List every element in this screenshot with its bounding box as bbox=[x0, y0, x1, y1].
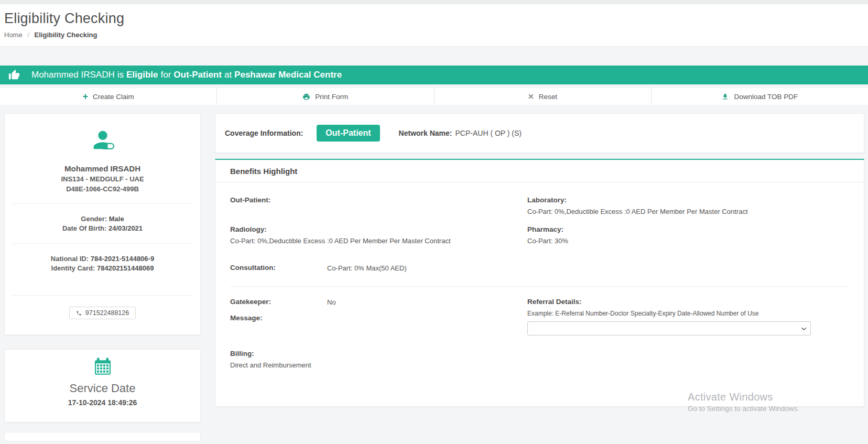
gender-value: Male bbox=[109, 215, 124, 223]
gatekeeper-message-block: Gatekeeper: No Message: bbox=[230, 298, 527, 335]
phone-number: 971522488126 bbox=[85, 309, 129, 317]
divider bbox=[12, 203, 193, 204]
identity-card-value: 784202151448069 bbox=[97, 264, 154, 272]
out-patient-item: Out-Patient: bbox=[230, 196, 527, 225]
download-icon bbox=[721, 93, 729, 101]
national-id-row: National ID: 784-2021-5144806-9 bbox=[5, 254, 200, 263]
coverage-info-label: Coverage Information: bbox=[225, 129, 303, 137]
top-strip bbox=[0, 0, 868, 4]
breadcrumb-home-link[interactable]: Home bbox=[4, 31, 23, 39]
member-profile-card: Mohammed IRSADH INS134 - MEDGULF - UAE D… bbox=[4, 113, 201, 335]
service-date-card: Service Date 17-10-2024 18:49:26 bbox=[4, 349, 201, 423]
print-form-button[interactable]: Print Form bbox=[217, 88, 434, 105]
gender-row: Gender: Male bbox=[5, 214, 200, 223]
page-header: Eligibility Checking Home / Eligibility … bbox=[0, 4, 868, 47]
download-tob-pdf-button[interactable]: Download TOB PDF bbox=[652, 88, 868, 105]
gatekeeper-label: Gatekeeper: bbox=[230, 298, 327, 306]
referral-details-block: Referral Details: Example: E-Referral Nu… bbox=[527, 298, 849, 335]
message-label: Message: bbox=[230, 314, 527, 322]
reset-button[interactable]: ✕ Reset bbox=[435, 88, 652, 105]
benefits-body: Out-Patient: Laboratory: Co-Part: 0%,Ded… bbox=[215, 182, 864, 369]
printer-icon bbox=[302, 93, 310, 101]
banner-member-name: Mohammed IRSADH bbox=[31, 70, 115, 80]
benefits-row-1: Out-Patient: Laboratory: Co-Part: 0%,Ded… bbox=[230, 196, 849, 225]
radiology-label: Radiology: bbox=[230, 225, 527, 233]
gender-label: Gender: bbox=[81, 215, 107, 223]
coverage-info-card: Coverage Information: Out-Patient Networ… bbox=[215, 113, 864, 153]
create-claim-label: Create Claim bbox=[93, 93, 134, 101]
network-name-label: Network Name: bbox=[399, 129, 452, 137]
consultation-value: Co-Part: 0% Max(50 AED) bbox=[327, 264, 407, 272]
billing-value: Direct and Reimbursement bbox=[230, 361, 849, 369]
banner-is-text: is bbox=[117, 70, 124, 80]
reset-x-icon: ✕ bbox=[528, 92, 534, 101]
laboratory-value: Co-Part: 0%,Deductible Excess :0 AED Per… bbox=[527, 208, 849, 215]
service-date-value: 17-10-2024 18:49:26 bbox=[5, 398, 200, 407]
member-card-number: D48E-1066-CC92-499B bbox=[5, 185, 200, 193]
phone-icon bbox=[76, 310, 82, 316]
pharmacy-item: Pharmacy: Co-Part: 30% bbox=[527, 225, 849, 264]
banner-coverage: Out-Patient bbox=[173, 70, 222, 80]
pharmacy-value: Co-Part: 30% bbox=[527, 237, 849, 245]
radiology-item: Radiology: Co-Part: 0%,Deductible Excess… bbox=[230, 225, 527, 264]
action-toolbar: + Create Claim Print Form ✕ Reset Downlo… bbox=[0, 88, 868, 105]
download-tob-label: Download TOB PDF bbox=[734, 93, 798, 101]
banner-provider: Peshawar Medical Centre bbox=[234, 70, 342, 80]
print-form-label: Print Form bbox=[315, 93, 348, 101]
banner-status: Eligible bbox=[126, 70, 158, 80]
referral-select-wrap bbox=[527, 321, 811, 335]
network-name-value: PCP-AUH ( OP ) (S) bbox=[455, 129, 522, 137]
benefits-highlight-card: Benefits Highlight Out-Patient: Laborato… bbox=[215, 159, 864, 407]
benefits-row-4: Gatekeeper: No Message: Referral Details… bbox=[230, 287, 849, 335]
phone-button[interactable]: 971522488126 bbox=[69, 307, 136, 319]
create-claim-button[interactable]: + Create Claim bbox=[0, 88, 217, 105]
banner-at-text: at bbox=[224, 70, 232, 80]
member-ids: National ID: 784-2021-5144806-9 Identity… bbox=[5, 254, 200, 273]
divider bbox=[12, 295, 193, 296]
thumbs-up-icon bbox=[8, 69, 20, 81]
eligibility-banner: Mohammed IRSADH is Eligible for Out-Pati… bbox=[0, 66, 868, 84]
consultation-item: Consultation: Co-Part: 0% Max(50 AED) bbox=[230, 264, 527, 272]
partial-card bbox=[4, 432, 201, 441]
billing-label: Billing: bbox=[230, 350, 849, 358]
gatekeeper-value: No bbox=[327, 298, 336, 306]
divider bbox=[12, 243, 193, 244]
service-date-title: Service Date bbox=[5, 382, 200, 395]
identity-card-row: Identity Card: 784202151448069 bbox=[5, 264, 200, 273]
page-title: Eligibility Checking bbox=[4, 10, 868, 27]
national-id-label: National ID: bbox=[51, 255, 89, 263]
left-column: Mohammed IRSADH INS134 - MEDGULF - UAE D… bbox=[4, 113, 201, 441]
main-column: Coverage Information: Out-Patient Networ… bbox=[215, 113, 864, 441]
breadcrumb: Home / Eligibility Checking bbox=[4, 31, 868, 39]
gatekeeper-item: Gatekeeper: No bbox=[230, 298, 527, 306]
member-demographics: Gender: Male Date Of Birth: 24/03/2021 bbox=[5, 214, 200, 233]
breadcrumb-current: Eligibility Checking bbox=[35, 31, 97, 39]
referral-example-text: Example: E-Referral Number-Doctor Specia… bbox=[527, 310, 849, 317]
dob-label: Date Of Birth: bbox=[62, 224, 107, 232]
benefits-row-3: Consultation: Co-Part: 0% Max(50 AED) bbox=[230, 264, 849, 272]
breadcrumb-separator: / bbox=[27, 31, 29, 39]
member-name: Mohammed IRSADH bbox=[5, 164, 200, 173]
laboratory-label: Laboratory: bbox=[527, 196, 849, 204]
out-patient-label: Out-Patient: bbox=[230, 196, 527, 204]
identity-card-label: Identity Card: bbox=[51, 264, 95, 272]
member-avatar-icon bbox=[89, 126, 116, 154]
radiology-value: Co-Part: 0%,Deductible Excess :0 AED Per… bbox=[230, 237, 527, 245]
benefits-row-2: Radiology: Co-Part: 0%,Deductible Excess… bbox=[230, 225, 849, 264]
empty-cell bbox=[527, 264, 849, 272]
benefits-highlight-title: Benefits Highlight bbox=[215, 160, 864, 182]
calendar-icon bbox=[93, 356, 113, 376]
referral-details-select[interactable] bbox=[528, 322, 810, 335]
plus-icon: + bbox=[82, 93, 88, 101]
pharmacy-label: Pharmacy: bbox=[527, 225, 849, 233]
content-area: Mohammed IRSADH INS134 - MEDGULF - UAE D… bbox=[0, 105, 868, 441]
banner-for-text: for bbox=[160, 70, 171, 80]
national-id-value: 784-2021-5144806-9 bbox=[91, 255, 154, 263]
coverage-badge: Out-Patient bbox=[317, 125, 379, 142]
laboratory-item: Laboratory: Co-Part: 0%,Deductible Exces… bbox=[527, 196, 849, 225]
consultation-label: Consultation: bbox=[230, 264, 327, 272]
member-insurer: INS134 - MEDGULF - UAE bbox=[5, 175, 200, 183]
dob-row: Date Of Birth: 24/03/2021 bbox=[5, 224, 200, 233]
reset-label: Reset bbox=[539, 93, 557, 101]
billing-item: Billing: Direct and Reimbursement bbox=[230, 350, 849, 369]
